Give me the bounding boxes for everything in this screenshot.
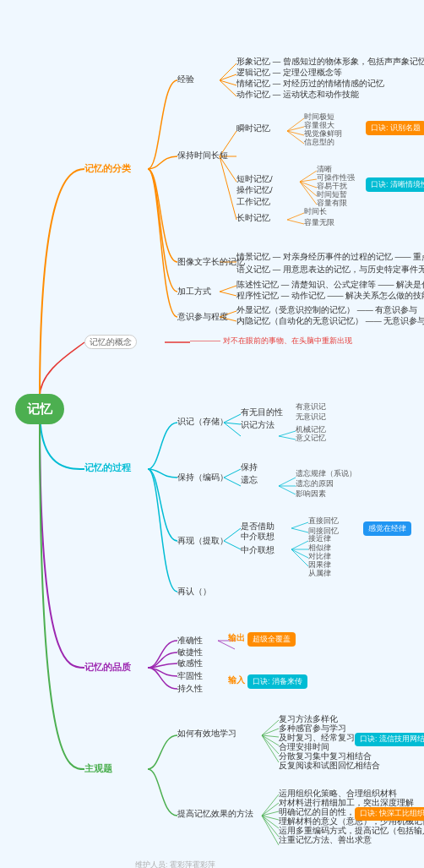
svg-line-13 bbox=[300, 182, 317, 205]
svg-line-4 bbox=[220, 80, 236, 96]
svg-line-5 bbox=[287, 118, 304, 131]
svg-line-44 bbox=[262, 735, 279, 745]
changshi-label: 长时记忆 bbox=[236, 213, 270, 223]
quality-label: 记忆的品质 bbox=[84, 661, 131, 673]
concept-arrow: ———— bbox=[190, 336, 220, 345]
svg-line-42 bbox=[262, 729, 279, 735]
svg-line-3 bbox=[220, 80, 236, 85]
svg-line-32 bbox=[291, 522, 308, 528]
sunshi-s4: 信息型的 bbox=[304, 138, 334, 148]
input-label: 输入 bbox=[228, 674, 245, 685]
svg-line-7 bbox=[287, 131, 304, 135]
zaixian-s1a: 直接回忆 bbox=[308, 516, 339, 527]
concept-arrow-line: ———— 对不在眼前的事物、在头脑中重新出现 bbox=[190, 336, 352, 347]
tuxiang-s2: 语义记忆 — 用意思表达的记忆，与历史特定事件无关 bbox=[236, 265, 424, 275]
changshi-s1: 时间长 bbox=[304, 207, 327, 217]
svg-line-1 bbox=[220, 63, 236, 80]
svg-line-28 bbox=[279, 478, 296, 486]
quality-minmin: 敏捷性 bbox=[177, 647, 203, 658]
jiagong-label: 加工方式 bbox=[177, 286, 211, 297]
process-label: 记忆的过程 bbox=[84, 461, 131, 473]
footer: 维护人员: 霍彩萍霍彩萍 bbox=[135, 860, 215, 868]
changshi-s2: 容量无限 bbox=[304, 218, 334, 228]
svg-line-37 bbox=[291, 549, 308, 558]
classification-label: 记忆的分类 bbox=[84, 162, 131, 174]
svg-line-17 bbox=[220, 286, 236, 292]
tag-quality-out: 超级全覆盖 bbox=[247, 632, 296, 647]
zaixian-label: 再现（提取） bbox=[177, 535, 228, 546]
howlearn-label: 如何有效地学习 bbox=[177, 729, 236, 739]
svg-line-53 bbox=[262, 816, 279, 845]
svg-line-9 bbox=[300, 171, 317, 182]
howlearn-s6: 反复阅读和试图回忆相结合 bbox=[279, 761, 380, 771]
shiji-s1b: 无意识记 bbox=[296, 412, 326, 423]
quality-zhunque: 准确性 bbox=[177, 635, 203, 646]
mind-map: 记忆 记忆的概念 ———— 对不在眼前的事物、在头脑中重新出现 记忆的分类 经验… bbox=[0, 0, 424, 868]
bao-s2c: 影响因素 bbox=[296, 489, 326, 500]
jiagong-s1: 陈述性记忆 — 清楚知识、公式定律等 —— 解决是什么为什么 bbox=[236, 280, 424, 290]
svg-line-45 bbox=[262, 735, 279, 754]
bao-s2: 遗忘 bbox=[241, 475, 258, 485]
svg-line-48 bbox=[262, 803, 279, 816]
jingyan-sub4: 动作记忆 — 运动状态和动作技能 bbox=[236, 90, 359, 100]
yishi-s2: 内隐记忆（自动化的无意识记忆） —— 无意识参与 bbox=[236, 316, 424, 326]
bao-s2a: 遗忘规律（系说） bbox=[296, 469, 356, 479]
svg-line-43 bbox=[262, 735, 279, 737]
improve-label: 提高记忆效果的方法 bbox=[177, 809, 253, 819]
output-label: 输出 bbox=[228, 632, 245, 643]
jingyan-sub3: 情绪记忆 — 对经历过的情绪情感的记忆 bbox=[236, 79, 384, 89]
svg-line-11 bbox=[300, 182, 317, 188]
tuxiang-label: 图像文字长的记忆 bbox=[177, 256, 245, 267]
svg-line-38 bbox=[291, 549, 308, 566]
svg-line-50 bbox=[262, 816, 279, 820]
sunshi-label: 瞬时记忆 bbox=[236, 123, 270, 134]
tag-sunshi: 口诀: 识别名题 bbox=[366, 121, 424, 135]
main-label: 主观题 bbox=[84, 762, 112, 774]
concept-title: 记忆的概念 bbox=[84, 335, 137, 349]
svg-line-8 bbox=[287, 131, 304, 144]
svg-line-10 bbox=[300, 179, 317, 182]
tuxiang-s1: 情景记忆 — 对亲身经历事件的过程的记忆 —— 重点是过程 bbox=[236, 252, 424, 262]
duanshi-label: 短时记忆/操作记忆/工作记忆 bbox=[236, 173, 273, 207]
tag-recall: 感觉在经律 bbox=[363, 521, 411, 536]
svg-line-14 bbox=[287, 213, 304, 220]
concept-desc: 对不在眼前的事物、在头脑中重新出现 bbox=[223, 336, 352, 345]
svg-line-46 bbox=[262, 735, 279, 762]
svg-line-30 bbox=[279, 486, 296, 494]
quality-chijiu: 持久性 bbox=[177, 683, 203, 694]
svg-line-12 bbox=[300, 182, 317, 196]
svg-line-51 bbox=[262, 816, 279, 828]
bao-s2b: 遗忘的原因 bbox=[296, 479, 334, 489]
jingyan-label: 经验 bbox=[177, 74, 194, 85]
tag-improve: 口诀: 快深工比组织编码 bbox=[355, 807, 424, 821]
tag-duanshi: 口诀: 清晰情境性 bbox=[366, 177, 424, 192]
zairen-label: 再认（） bbox=[177, 586, 211, 597]
jiagong-s2: 程序性记忆 — 动作记忆 —— 解决关系怎么做的技能 bbox=[236, 291, 424, 301]
svg-line-15 bbox=[287, 220, 304, 224]
tag-howlearn: 口诀: 流信技用网结合 bbox=[355, 733, 424, 746]
svg-line-2 bbox=[220, 74, 236, 80]
shiji-s2b: 意义记忆 bbox=[296, 434, 326, 444]
shiji-label: 识记（存储） bbox=[177, 416, 228, 427]
svg-line-6 bbox=[287, 127, 304, 131]
zaixian-s2a: 接近律 bbox=[308, 534, 331, 544]
yishi-s1: 外显记忆（受意识控制的记忆） —— 有意识参与 bbox=[236, 305, 417, 315]
shiji-s1a: 有意识记 bbox=[296, 402, 326, 412]
yishi-label: 意识参与程度 bbox=[177, 311, 228, 322]
svg-line-33 bbox=[291, 528, 308, 532]
zaixian-s2e: 从属律 bbox=[308, 569, 331, 579]
zaixian-s2: 中介联想 bbox=[241, 545, 275, 555]
tag-quality-in: 口诀: 消备来传 bbox=[247, 674, 307, 689]
concept-title-text: 记忆的概念 bbox=[90, 337, 132, 347]
svg-line-49 bbox=[262, 811, 279, 816]
bao-s1: 保持 bbox=[241, 462, 258, 472]
svg-line-52 bbox=[262, 816, 279, 837]
quality-mingan: 敏感性 bbox=[177, 658, 203, 669]
center-node: 记忆 bbox=[15, 394, 64, 424]
svg-line-35 bbox=[291, 541, 308, 549]
jingyan-sub2: 逻辑记忆 — 定理公理概念等 bbox=[236, 68, 342, 78]
quality-jiangu: 牢固性 bbox=[177, 670, 203, 681]
svg-line-47 bbox=[262, 794, 279, 816]
baochi-label: 保持时间长短 bbox=[177, 150, 228, 161]
zaixian-s1: 是否借助中介联想 bbox=[241, 521, 275, 543]
